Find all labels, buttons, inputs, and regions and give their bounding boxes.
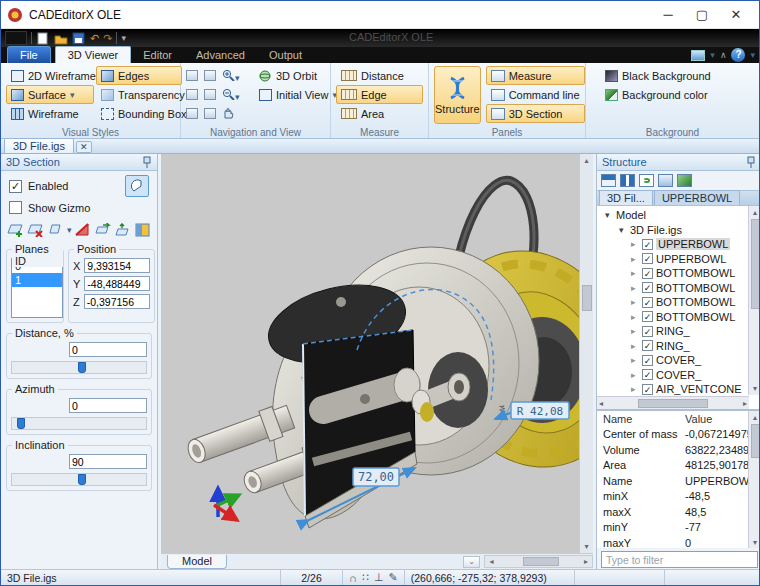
structure-tab-upperbowl[interactable]: UPPERBOWL <box>654 190 740 205</box>
hidden-panel-button[interactable]: ⌄ <box>463 556 481 568</box>
scroll-right-icon[interactable]: ▸ <box>743 399 747 408</box>
reset-section-planes-button[interactable] <box>134 222 151 237</box>
export-structure-icon[interactable] <box>658 174 673 187</box>
structure-tab-file[interactable]: 3D Fil... <box>599 190 653 205</box>
move-section-plane-button[interactable] <box>114 222 131 237</box>
tab-output[interactable]: Output <box>257 47 314 63</box>
viewport-vscroll-thumb[interactable] <box>582 285 592 311</box>
tab-advanced[interactable]: Advanced <box>184 47 257 63</box>
help-icon[interactable]: ? <box>731 48 745 62</box>
azimuth-field[interactable] <box>69 398 147 413</box>
position-x-field[interactable] <box>84 258 150 273</box>
distance-button[interactable]: Distance <box>336 66 423 85</box>
delete-section-plane-button[interactable] <box>27 222 44 237</box>
flip-section-plane-button[interactable] <box>74 222 91 237</box>
show-all-icon[interactable] <box>186 70 198 81</box>
inclination-slider-thumb[interactable] <box>78 474 86 485</box>
enabled-checkbox[interactable]: ✓ <box>9 180 22 193</box>
new-file-icon[interactable] <box>36 32 50 45</box>
distance-slider[interactable] <box>11 361 147 374</box>
tab-editor[interactable]: Editor <box>131 47 184 63</box>
undo-icon[interactable]: ↶ <box>90 32 99 45</box>
area-button[interactable]: Area <box>336 104 423 123</box>
model-tab[interactable]: Model <box>167 555 227 569</box>
open-file-icon[interactable] <box>54 32 68 45</box>
3d-section-panel-button[interactable]: 3D Section <box>486 104 585 123</box>
node-checkbox[interactable]: ✓ <box>642 268 653 279</box>
position-y-field[interactable] <box>84 276 150 291</box>
2d-wireframe-button[interactable]: 2D Wireframe <box>6 66 94 85</box>
properties-vscroll-thumb[interactable] <box>751 424 760 458</box>
initial-view-button[interactable]: Initial View▾ <box>254 86 342 103</box>
window-switch-dropdown-icon[interactable]: ▾ <box>710 50 715 60</box>
zoom-out-button[interactable]: ▾ <box>222 88 252 102</box>
node-checkbox[interactable]: ✓ <box>642 340 653 351</box>
node-checkbox[interactable]: ✓ <box>642 297 653 308</box>
viewport-canvas[interactable]: IN MAX 72,00 <box>161 154 579 553</box>
redo-icon[interactable]: ↷ <box>103 32 112 45</box>
scroll-up-icon[interactable]: ▴ <box>580 154 593 167</box>
inclination-slider[interactable] <box>11 473 147 486</box>
measure-panel-button[interactable]: Measure <box>486 66 585 85</box>
transparency-button[interactable]: Transparency <box>96 85 182 104</box>
edges-button[interactable]: Edges <box>96 66 182 85</box>
minimize-button[interactable]: ─ <box>651 3 685 27</box>
qat-dropdown-icon[interactable]: ▾ <box>121 33 126 43</box>
previous-view-icon[interactable] <box>186 89 198 100</box>
section-plane-menu-dropdown-icon[interactable]: ▾ <box>67 225 72 235</box>
edge-button[interactable]: Edge <box>336 85 423 104</box>
node-checkbox[interactable]: ✓ <box>642 253 653 264</box>
background-color-button[interactable]: Background color <box>600 85 754 104</box>
collapse-ribbon-icon[interactable]: ∧ <box>720 50 727 60</box>
node-checkbox[interactable]: ✓ <box>642 369 653 380</box>
structure-panel-button[interactable]: Structure <box>434 66 481 124</box>
help-dropdown-icon[interactable]: ▾ <box>750 50 755 60</box>
window-switch-icon[interactable] <box>691 50 705 61</box>
document-tab-close-icon[interactable]: ✕ <box>76 141 92 153</box>
zoom-window-icon[interactable] <box>204 70 216 81</box>
show-gizmo-checkbox[interactable] <box>9 201 22 214</box>
planes-id-list[interactable]: 0 1 <box>11 258 63 318</box>
node-checkbox[interactable]: ✓ <box>642 239 653 250</box>
tree-hscroll-thumb[interactable] <box>638 399 708 408</box>
node-checkbox[interactable]: ✓ <box>642 282 653 293</box>
surface-button[interactable]: Surface▾ <box>6 85 94 104</box>
maximize-button[interactable]: ▢ <box>685 3 719 27</box>
rotate-section-plane-button[interactable] <box>94 222 111 237</box>
node-checkbox[interactable]: ✓ <box>642 384 653 395</box>
tree-vscrollbar[interactable]: ▴▾ <box>748 206 760 395</box>
pan-icon[interactable] <box>222 107 252 121</box>
refresh-structure-icon[interactable] <box>639 174 654 187</box>
structure-tree[interactable]: ▾Model ▾3D File.igs ▸✓UPPERBOWL ▸✓UPPERB… <box>597 206 760 410</box>
tree-hscrollbar[interactable]: ◂▸ <box>597 396 749 409</box>
add-section-plane-button[interactable] <box>7 222 24 237</box>
scroll-up-icon[interactable]: ▴ <box>749 206 760 219</box>
distance-slider-thumb[interactable] <box>78 362 86 373</box>
perpendicular-icon[interactable]: ⊥ <box>374 571 384 584</box>
command-line-button[interactable]: Command line <box>486 85 585 104</box>
properties-vscrollbar[interactable]: ▴▾ <box>748 411 760 548</box>
scroll-left-icon[interactable]: ◂ <box>485 555 497 568</box>
pin-icon[interactable] <box>142 156 152 168</box>
section-plane-menu-button[interactable] <box>47 222 64 237</box>
3d-orbit-button[interactable]: 3D Orbit <box>254 67 342 84</box>
node-checkbox[interactable]: ✓ <box>642 355 653 366</box>
layout-horizontal-icon[interactable] <box>601 174 616 187</box>
viewport-hscroll-thumb[interactable] <box>523 557 559 566</box>
black-background-button[interactable]: Black Background <box>600 66 754 85</box>
azimuth-slider-thumb[interactable] <box>17 418 25 429</box>
rotate-view-icon[interactable] <box>186 108 198 119</box>
grid-icon[interactable]: ∷ <box>362 571 369 584</box>
distance-field[interactable] <box>69 342 147 357</box>
app-menu-button[interactable] <box>5 31 27 45</box>
osnap-icon[interactable]: ✎ <box>389 571 398 584</box>
reload-file-icon[interactable] <box>677 174 692 187</box>
zoom-dynamic-icon[interactable] <box>204 108 216 119</box>
wireframe-button[interactable]: Wireframe <box>6 104 94 123</box>
node-checkbox[interactable]: ✓ <box>642 311 653 322</box>
filter-input[interactable] <box>601 551 758 568</box>
azimuth-slider[interactable] <box>11 417 147 430</box>
plane-item-1[interactable]: 1 <box>12 273 62 287</box>
scroll-down-icon[interactable]: ▾ <box>580 540 593 553</box>
position-z-field[interactable] <box>84 294 150 309</box>
